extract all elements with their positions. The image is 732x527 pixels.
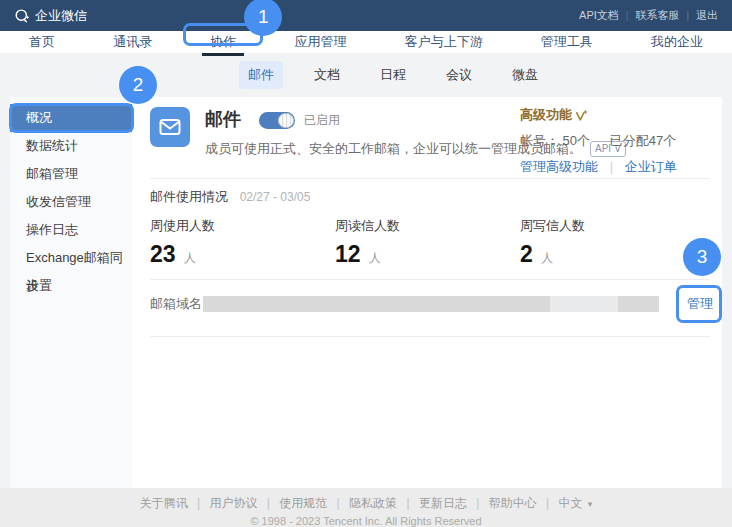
sidebar-item-overview[interactable]: 概况 2 bbox=[10, 104, 132, 132]
nav-item-contacts[interactable]: 通讯录 bbox=[113, 31, 152, 53]
nav-item-collaboration[interactable]: 协作 1 bbox=[210, 31, 236, 53]
nav-item-customers[interactable]: 客户与上下游 bbox=[405, 31, 483, 53]
tab-drive[interactable]: 微盘 bbox=[503, 61, 547, 89]
footer-links: 关于腾讯 | 用户协议 | 使用规范 | 隐私政策 | 更新日志 | 帮助中心 … bbox=[0, 495, 732, 512]
app-title: 邮件 bbox=[205, 107, 241, 131]
stat-value: 23 bbox=[150, 241, 176, 267]
stat-weekly-readers: 周读信人数 12 人 bbox=[335, 217, 520, 268]
link-separator: | bbox=[610, 159, 613, 174]
stat-label: 周写信人数 bbox=[520, 217, 705, 235]
sidebar-item-operation-log[interactable]: 操作日志 bbox=[10, 216, 132, 244]
api-doc-link[interactable]: API文档 bbox=[579, 8, 619, 23]
footer: 关于腾讯 | 用户协议 | 使用规范 | 隐私政策 | 更新日志 | 帮助中心 … bbox=[0, 488, 732, 527]
footer-separator: | bbox=[197, 496, 200, 510]
sidebar: 概况 2 数据统计 邮箱管理 收发信管理 操作日志 Exchange邮箱同步 设… bbox=[10, 97, 132, 488]
sidebar-item-mailbox-management[interactable]: 邮箱管理 bbox=[10, 160, 132, 188]
usage-title-text: 邮件使用情况 bbox=[150, 189, 228, 204]
mail-domain-label: 邮箱域名 bbox=[150, 295, 203, 313]
stat-unit: 人 bbox=[369, 251, 381, 265]
language-label: 中文 bbox=[559, 496, 583, 510]
main-panel: 概况 2 数据统计 邮箱管理 收发信管理 操作日志 Exchange邮箱同步 设… bbox=[10, 97, 722, 488]
manage-domain-button[interactable]: 管理 3 bbox=[687, 297, 713, 311]
sidebar-item-send-receive[interactable]: 收发信管理 bbox=[10, 188, 132, 216]
status-label: 已启用 bbox=[304, 112, 340, 129]
stat-unit: 人 bbox=[541, 251, 553, 265]
sidebar-item-label: 数据统计 bbox=[26, 138, 78, 153]
toggle-knob bbox=[278, 113, 294, 128]
annotation-circle-3: 3 bbox=[683, 238, 721, 276]
nav-item-label: 通讯录 bbox=[113, 34, 152, 49]
logout-link[interactable]: 退出 bbox=[696, 8, 718, 23]
wecom-admin-page: 企业微信 API文档 | 联系客服 | 退出 首页 通讯录 协作 1 应用管理 … bbox=[0, 0, 732, 527]
footer-link-user-agreement[interactable]: 用户协议 bbox=[209, 496, 257, 510]
stat-weekly-users: 周使用人数 23 人 bbox=[150, 217, 335, 268]
dot-separator: · bbox=[598, 133, 602, 148]
sidebar-item-label: 收发信管理 bbox=[26, 194, 91, 209]
mail-app-icon bbox=[150, 107, 190, 147]
contact-support-link[interactable]: 联系客服 bbox=[635, 8, 679, 23]
nav-item-my-company[interactable]: 我的企业 bbox=[651, 31, 703, 53]
footer-separator: | bbox=[406, 496, 409, 510]
nav-item-label: 首页 bbox=[29, 34, 55, 49]
stat-value: 12 bbox=[335, 241, 361, 267]
collaboration-tabs: 邮件 文档 日程 会议 微盘 bbox=[0, 53, 732, 97]
stat-value: 2 bbox=[520, 241, 533, 267]
manage-premium-link[interactable]: 管理高级功能 bbox=[520, 159, 598, 174]
copyright-text: © 1998 - 2023 Tencent Inc. All Rights Re… bbox=[0, 515, 732, 527]
enterprise-order-link[interactable]: 企业订单 bbox=[625, 159, 677, 174]
wecom-logo[interactable]: 企业微信 bbox=[14, 7, 87, 25]
mail-enabled-toggle[interactable] bbox=[259, 112, 295, 129]
footer-link-privacy[interactable]: 隐私政策 bbox=[349, 496, 397, 510]
nav-item-label: 客户与上下游 bbox=[405, 34, 483, 49]
tab-mail[interactable]: 邮件 bbox=[239, 61, 283, 89]
nav-item-apps[interactable]: 应用管理 bbox=[294, 31, 346, 53]
nav-item-label: 应用管理 bbox=[294, 34, 346, 49]
sidebar-item-statistics[interactable]: 数据统计 bbox=[10, 132, 132, 160]
chat-bubble-logo-icon bbox=[14, 8, 30, 24]
redacted-domain-value bbox=[203, 296, 659, 312]
logo-text: 企业微信 bbox=[35, 7, 87, 25]
stat-unit: 人 bbox=[184, 251, 196, 265]
footer-link-about[interactable]: 关于腾讯 bbox=[140, 496, 188, 510]
content-area: 邮件 已启用 成员可使用正式、安全的工作邮箱，企业可以统一管理成员邮箱。 API… bbox=[132, 97, 722, 488]
footer-link-usage-rules[interactable]: 使用规范 bbox=[279, 496, 327, 510]
tab-docs[interactable]: 文档 bbox=[305, 61, 349, 89]
footer-link-help-center[interactable]: 帮助中心 bbox=[489, 496, 537, 510]
sidebar-item-label: 操作日志 bbox=[26, 222, 78, 237]
topbar-separator: | bbox=[626, 10, 629, 21]
sidebar-item-label: 概况 bbox=[26, 110, 52, 125]
footer-separator: | bbox=[546, 496, 549, 510]
stat-label: 周使用人数 bbox=[150, 217, 335, 235]
divider bbox=[150, 178, 710, 179]
sidebar-item-exchange-sync[interactable]: Exchange邮箱同步 bbox=[10, 244, 132, 272]
assigned-count: 已分配47个 bbox=[610, 133, 676, 148]
topbar-separator: | bbox=[686, 10, 689, 21]
mail-domain-row: 邮箱域名 管理 3 bbox=[150, 296, 713, 312]
account-count: 帐号： 50个 bbox=[520, 133, 590, 148]
sidebar-item-label: 邮箱管理 bbox=[26, 166, 78, 181]
premium-features-block: 高级功能 帐号： 50个 · 已分配47个 管理高级功能 | bbox=[520, 106, 677, 176]
premium-title: 高级功能 bbox=[520, 106, 572, 124]
sidebar-item-label: 设置 bbox=[26, 278, 52, 293]
usage-stats-row: 周使用人数 23 人 周读信人数 12 人 周写信人数 2 bbox=[150, 217, 705, 268]
annotation-circle-2: 2 bbox=[119, 66, 157, 104]
usage-section-title: 邮件使用情况 02/27 - 03/05 bbox=[150, 188, 310, 206]
divider bbox=[150, 279, 710, 280]
footer-separator: | bbox=[337, 496, 340, 510]
topbar: 企业微信 API文档 | 联系客服 | 退出 bbox=[0, 0, 732, 31]
tab-schedule[interactable]: 日程 bbox=[371, 61, 415, 89]
language-selector[interactable]: 中文 ▾ bbox=[559, 496, 593, 510]
tab-meeting[interactable]: 会议 bbox=[437, 61, 481, 89]
manage-button-label: 管理 bbox=[687, 296, 713, 311]
stat-label: 周读信人数 bbox=[335, 217, 520, 235]
nav-item-home[interactable]: 首页 bbox=[29, 31, 55, 53]
chevron-down-icon: ▾ bbox=[588, 499, 593, 509]
footer-link-changelog[interactable]: 更新日志 bbox=[419, 496, 467, 510]
premium-sparkle-icon bbox=[575, 109, 588, 122]
footer-separator: | bbox=[476, 496, 479, 510]
sidebar-item-settings[interactable]: 设置 bbox=[10, 272, 132, 300]
nav-item-admin-tools[interactable]: 管理工具 bbox=[541, 31, 593, 53]
stat-weekly-writers: 周写信人数 2 人 bbox=[520, 217, 705, 268]
topbar-links: API文档 | 联系客服 | 退出 bbox=[579, 8, 718, 23]
usage-date-range: 02/27 - 03/05 bbox=[240, 190, 311, 204]
